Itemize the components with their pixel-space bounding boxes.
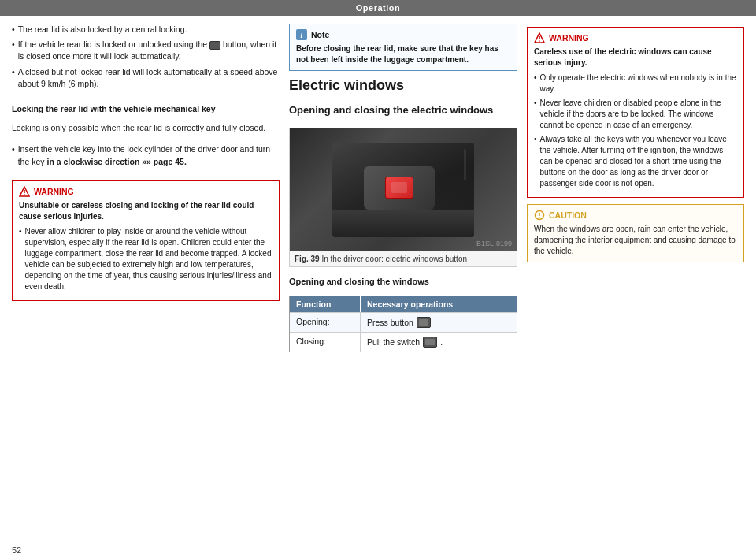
note-header: i Note xyxy=(296,29,510,40)
locking-text: Locking is only possible when the rear l… xyxy=(12,122,280,134)
caution-text: When the windows are open, rain can ente… xyxy=(534,224,737,257)
right-warning-first-line: Careless use of the electric windows can… xyxy=(534,46,737,69)
locking-heading: Locking the rear lid with the vehicle me… xyxy=(12,104,280,113)
image-caption: Fig. 39 In the driver door: electric win… xyxy=(290,251,517,266)
content-area: The rear lid is also locked by a central… xyxy=(0,16,756,544)
figure-number: Fig. 39 xyxy=(295,255,320,263)
left-column: The rear lid is also locked by a central… xyxy=(12,24,280,536)
left-warning-text: Unsuitable or careless closing and locki… xyxy=(19,200,272,292)
window-button-inner xyxy=(391,182,407,193)
figure-caption: In the driver door: electric windows but… xyxy=(321,255,467,263)
bullet-3: A closed but not locked rear lid will lo… xyxy=(12,66,280,90)
note-icon: i xyxy=(296,29,307,40)
page-number: 52 xyxy=(0,544,756,558)
table-cell-opening-action: Press button . xyxy=(361,313,517,332)
caution-box: CAUTION When the windows are open, rain … xyxy=(527,204,744,262)
middle-column: i Note Before closing the rear lid, make… xyxy=(289,24,517,536)
right-warning-bullet-3: Always take all the keys with you whenev… xyxy=(534,134,737,189)
table-cell-opening-label: Opening: xyxy=(290,313,361,332)
warning-icon xyxy=(19,186,30,197)
caution-icon xyxy=(534,210,545,221)
table-container: Function Necessary operations Opening: P… xyxy=(289,296,517,352)
left-warning-first-line: Unsuitable or careless closing and locki… xyxy=(19,200,272,222)
car-image: B1SL-0199 xyxy=(290,128,517,251)
right-column: WARNING Careless use of the electric win… xyxy=(527,24,744,536)
header-bar: Operation xyxy=(0,0,756,16)
header-title: Operation xyxy=(356,3,400,13)
table-header-col2: Necessary operations xyxy=(361,296,517,312)
left-body-text: The rear lid is also locked by a central… xyxy=(12,24,280,93)
note-text: Before closing the rear lid, make sure t… xyxy=(296,43,510,65)
table-cell-closing-action: Pull the switch . xyxy=(361,333,517,352)
svg-point-8 xyxy=(539,217,540,218)
subsection-title: Opening and closing the electric windows xyxy=(289,104,517,117)
bullet-1: The rear lid is also locked by a central… xyxy=(12,24,280,35)
note-box: i Note Before closing the rear lid, make… xyxy=(289,24,517,71)
right-warning-icon xyxy=(534,32,545,43)
table-cell-closing-label: Closing: xyxy=(290,333,361,352)
table-title: Opening and closing the windows xyxy=(289,277,517,286)
insert-bullet: Insert the vehicle key into the lock cyl… xyxy=(12,143,280,170)
car-door-detail xyxy=(332,143,474,237)
window-button xyxy=(385,177,413,199)
door-handle-area xyxy=(364,166,435,210)
page: Operation The rear lid is also locked by… xyxy=(0,0,756,558)
svg-point-2 xyxy=(24,194,25,195)
image-watermark: B1SL-0199 xyxy=(476,240,512,247)
right-warning-text: Careless use of the electric windows can… xyxy=(534,46,737,189)
insert-bullet-item: Insert the vehicle key into the lock cyl… xyxy=(12,143,280,167)
table-header-row: Function Necessary operations xyxy=(290,296,517,312)
right-warning-bullets: Only operate the electric windows when n… xyxy=(534,73,737,189)
left-warning-bullet-1: Never allow children to play inside or a… xyxy=(19,226,272,292)
bullet-2: If the vehicle rear lid is locked or unl… xyxy=(12,39,280,62)
table-row-2: Closing: Pull the switch . xyxy=(290,332,517,352)
button-icon-open xyxy=(417,317,431,328)
table-row-1: Opening: Press button . xyxy=(290,312,517,332)
door-panel xyxy=(332,143,474,237)
left-warning-box: WARNING Unsuitable or careless closing a… xyxy=(12,180,280,301)
table-header-col1: Function xyxy=(290,296,361,312)
right-warning-bullet-1: Only operate the electric windows when n… xyxy=(534,73,737,95)
section-title: Electric windows xyxy=(289,77,517,95)
left-warning-bullets: Never allow children to play inside or a… xyxy=(19,226,272,292)
svg-point-5 xyxy=(539,40,540,42)
caution-header: CAUTION xyxy=(534,210,737,221)
right-warning-bullet-2: Never leave children or disabled people … xyxy=(534,98,737,131)
right-warning-box: WARNING Careless use of the electric win… xyxy=(527,27,744,198)
car-image-box: B1SL-0199 Fig. 39 In the driver door: el… xyxy=(289,128,517,267)
right-warning-header: WARNING xyxy=(534,32,737,43)
button-icon-close xyxy=(423,337,437,348)
left-warning-header: WARNING xyxy=(19,186,272,197)
